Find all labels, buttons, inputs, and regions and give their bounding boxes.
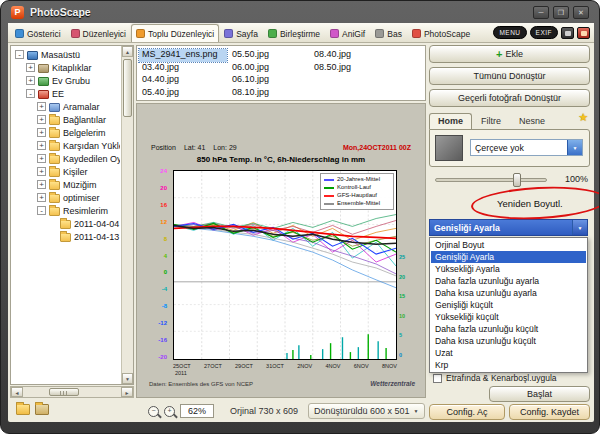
tree-item[interactable]: +Bağlantılar (12, 113, 120, 126)
resize-option[interactable]: Genişliği Ayarla (431, 251, 586, 263)
expand-icon[interactable]: + (37, 154, 46, 163)
favorite-star-icon[interactable]: ★ (578, 111, 588, 124)
resize-option[interactable]: Orjinal Boyut (431, 239, 586, 251)
resize-option[interactable]: Yüksekliği küçült (431, 311, 586, 323)
tree-item[interactable]: -Masaüstü (12, 48, 120, 61)
gift-icon[interactable] (577, 27, 590, 39)
tab-8[interactable]: PhotoScape (407, 24, 475, 42)
expand-icon[interactable]: + (37, 167, 46, 176)
converted-size-select[interactable]: Dönüştürüldü 600 x 501 ▼ (308, 403, 425, 419)
file-item[interactable]: 08.50.jpg (311, 62, 391, 75)
config-open-button[interactable]: Config. Aç (429, 404, 505, 420)
resize-option[interactable]: Daha fazla uzunluğu ayarla (431, 275, 586, 287)
tree-item[interactable]: +Müziğim (12, 178, 120, 191)
resize-option[interactable]: Krp (431, 359, 586, 371)
panel-tab-home[interactable]: Home (429, 113, 472, 129)
tab-7[interactable]: Bas (370, 24, 407, 42)
tree-item[interactable]: +Karşıdan Yükler (12, 139, 120, 152)
opacity-slider-handle[interactable] (513, 173, 521, 187)
collapse-icon[interactable]: - (15, 50, 24, 59)
resize-option[interactable]: Uzat (431, 347, 586, 359)
frame-thumbnail[interactable] (435, 135, 463, 161)
file-item[interactable]: 03.40.jpg (139, 62, 227, 75)
frame-select[interactable]: Çerçeve yok ▼ (470, 139, 583, 156)
zoom-out-icon[interactable]: − (148, 406, 159, 417)
tab-1[interactable]: Gösterici (10, 24, 66, 42)
panel-tab-nesne[interactable]: Nesne (510, 113, 554, 129)
tab-3[interactable]: Toplu Düzenleyici (131, 24, 219, 42)
expand-icon[interactable]: + (37, 115, 46, 124)
resize-option[interactable]: Daha fazla uzunluğu küçült (431, 323, 586, 335)
collapse-icon[interactable]: - (37, 206, 46, 215)
resize-option[interactable]: Daha kısa uzunluğu ayarla (431, 287, 586, 299)
file-item[interactable]: 05.50.jpg (229, 49, 309, 62)
expand-icon[interactable]: + (26, 76, 35, 85)
tree-item[interactable]: +Kaydedilen Oyu (12, 152, 120, 165)
config-save-button[interactable]: Config. Kaydet (509, 404, 590, 420)
tab-4[interactable]: Sayfa (219, 24, 263, 42)
chevron-down-icon[interactable]: ▼ (572, 220, 587, 235)
resize-mode-value: Genişliği Ayarla (430, 223, 572, 233)
tree-horizontal-scrollbar[interactable]: ◄ ► (10, 386, 134, 398)
tree-item[interactable]: -EE (12, 87, 120, 100)
convert-all-button[interactable]: Tümünü Dönüştür (429, 67, 590, 85)
tree-item[interactable]: +Belgelerim (12, 126, 120, 139)
convert-current-button[interactable]: Geçerli fotoğrafı Dönüştür (429, 89, 590, 107)
resize-option[interactable]: Daha kısa uzunluğu küçült (431, 335, 586, 347)
maximize-icon[interactable]: ❐ (553, 6, 569, 19)
tab-2[interactable]: Düzenleyici (66, 24, 131, 42)
file-item[interactable]: 08.10.jpg (229, 87, 309, 100)
opacity-slider-track[interactable] (435, 178, 547, 182)
close-icon[interactable]: ✕ (573, 6, 589, 19)
file-item[interactable]: 08.40.jpg (311, 49, 391, 62)
expand-icon[interactable]: + (37, 128, 46, 137)
panel-tab-filtre[interactable]: Filtre (472, 113, 510, 129)
tree-item[interactable]: +Kişiler (12, 165, 120, 178)
folder-icon (49, 142, 60, 151)
expand-icon[interactable]: + (37, 180, 46, 189)
chevron-down-icon[interactable]: ▼ (567, 140, 582, 155)
file-item[interactable]: 04.40.jpg (139, 74, 227, 87)
open-folder-button[interactable] (16, 404, 30, 415)
tab-6[interactable]: AniGif (325, 24, 370, 42)
tree-vertical-scrollbar[interactable]: ▲ ▼ (121, 46, 133, 384)
resize-option[interactable]: Yüksekliği Ayarla (431, 263, 586, 275)
resize-option[interactable]: Genişliği küçült (431, 299, 586, 311)
expand-icon[interactable]: + (26, 63, 35, 72)
file-item[interactable]: 06.00.jpg (229, 62, 309, 75)
scroll-left-icon[interactable]: ◄ (11, 387, 23, 397)
margin-checkbox[interactable] (433, 374, 442, 383)
zoom-in-icon[interactable]: + (164, 406, 175, 417)
tab-5[interactable]: Birleştirme (263, 24, 325, 42)
scroll-down-icon[interactable]: ▼ (122, 373, 133, 384)
collapse-icon[interactable]: - (26, 89, 35, 98)
tree-item[interactable]: +Kitaplıklar (12, 61, 120, 74)
add-button[interactable]: + Ekle (429, 45, 590, 63)
tree-item[interactable]: +Aramalar (12, 100, 120, 113)
expand-icon[interactable]: + (37, 102, 46, 111)
folder-button[interactable] (35, 404, 49, 415)
vertical-scroll-thumb[interactable] (123, 59, 132, 117)
tree-item[interactable]: +optimiser (12, 191, 120, 204)
expand-icon[interactable]: + (37, 193, 46, 202)
minimize-icon[interactable]: ─ (533, 6, 549, 19)
camera-icon[interactable] (561, 27, 574, 39)
file-item[interactable]: 05.40.jpg (139, 87, 227, 100)
menu-button[interactable]: MENU (493, 26, 526, 39)
tree-item[interactable]: 2011-04-13 (12, 230, 120, 243)
file-item[interactable]: MS_2941_ens.png (139, 49, 227, 62)
tree-item[interactable]: 2011-04-04 (12, 217, 120, 230)
scroll-right-icon[interactable]: ► (121, 387, 133, 397)
scroll-up-icon[interactable]: ▲ (122, 46, 133, 57)
tree-item[interactable]: -Resimlerim (12, 204, 120, 217)
exif-button[interactable]: EXIF (530, 26, 558, 39)
window-controls: ─ ❐ ✕ (533, 6, 589, 19)
horizontal-scroll-thumb[interactable] (49, 388, 79, 396)
tree-item[interactable]: +Ev Grubu (12, 74, 120, 87)
legend-label: GFS-Hauptlauf (337, 192, 377, 199)
expand-icon[interactable]: + (37, 141, 46, 150)
file-item[interactable]: 06.10.jpg (229, 74, 309, 87)
start-button[interactable]: Başlat (489, 386, 590, 402)
title-bar[interactable]: P PhotoScape ─ ❐ ✕ (1, 1, 599, 23)
resize-mode-select[interactable]: Genişliği Ayarla ▼ (429, 219, 588, 236)
